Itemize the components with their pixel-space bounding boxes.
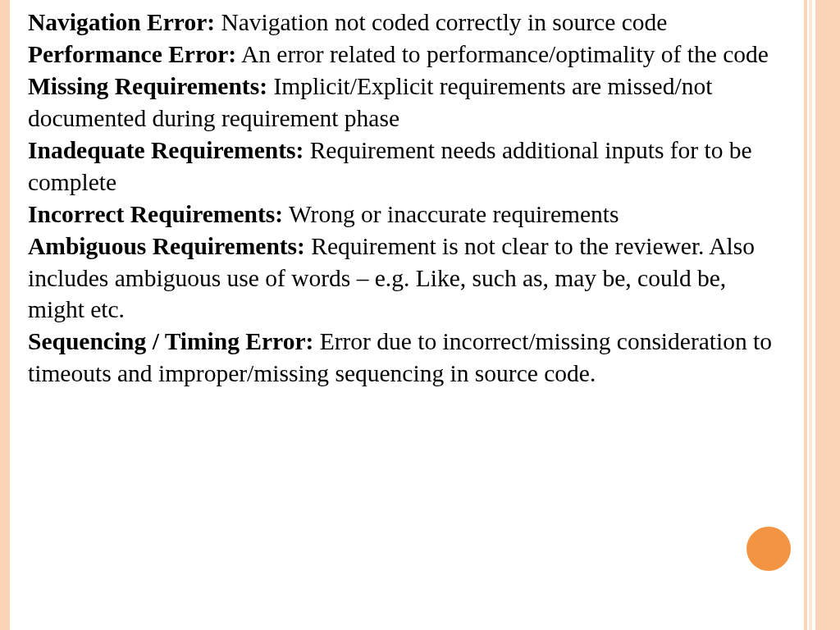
definition-term: Missing Requirements: <box>28 73 267 99</box>
definition-item: Inadequate Requirements: Requirement nee… <box>28 135 784 199</box>
definition-term: Inadequate Requirements: <box>28 137 304 163</box>
definition-item: Performance Error: An error related to p… <box>28 39 784 71</box>
definition-term: Sequencing / Timing Error: <box>28 328 313 354</box>
slide-body: Navigation Error: Navigation not coded c… <box>25 3 791 393</box>
definition-item: Missing Requirements: Implicit/Explicit … <box>28 71 784 135</box>
frame-inner-stripe-2 <box>804 0 807 630</box>
definition-desc: Wrong or inaccurate requirements <box>283 201 619 227</box>
definition-item: Navigation Error: Navigation not coded c… <box>28 7 784 39</box>
definition-term: Ambiguous Requirements: <box>28 233 305 259</box>
definition-term: Navigation Error: <box>28 9 215 35</box>
definition-item: Incorrect Requirements: Wrong or inaccur… <box>28 199 784 231</box>
definition-desc: Navigation not coded correctly in source… <box>215 9 667 35</box>
definition-item: Sequencing / Timing Error: Error due to … <box>28 326 784 390</box>
definition-item: Ambiguous Requirements: Requirement is n… <box>28 231 784 326</box>
definition-desc: An error related to performance/optimali… <box>236 41 769 67</box>
frame-stripe-left <box>0 0 10 630</box>
circle-bullet-icon <box>746 527 791 571</box>
frame-stripe-right <box>815 0 840 630</box>
frame-inner-stripe-1 <box>809 0 812 630</box>
definition-term: Incorrect Requirements: <box>28 201 283 227</box>
definition-term: Performance Error: <box>28 41 236 67</box>
